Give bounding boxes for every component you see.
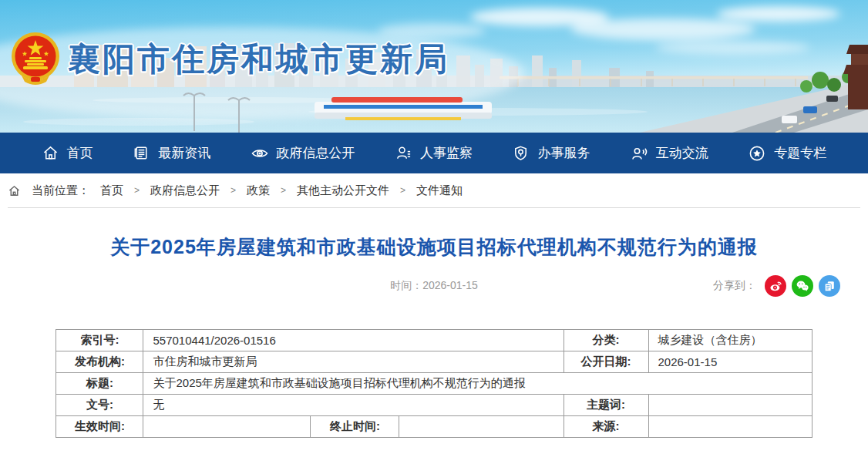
share-copy-link-button[interactable] [819,275,840,297]
home-small-icon [8,184,21,197]
source-value [648,416,812,438]
breadcrumb-separator: > [281,185,286,196]
star-icon [748,144,766,163]
nav-item-label: 人事监察 [420,144,473,162]
eye-icon [251,144,269,163]
time-value: 2026-01-15 [422,279,478,291]
share-label: 分享到： [713,279,756,293]
end-date-label: 终止时间: [311,416,399,438]
nav-item-special-topics[interactable]: 专题专栏 [748,144,826,163]
index-number-value: 557010441/2026-01516 [143,330,564,351]
category-label: 分类: [564,330,648,351]
article-meta: 时间：2026-01-15 分享到： [0,275,868,298]
nav-item-label: 最新资讯 [158,144,210,162]
page-title: 关于2025年房屋建筑和市政基础设施项目招标代理机构不规范行为的通报 [0,234,868,260]
table-row: 生效时间: 终止时间: 来源: [56,416,812,438]
site-title: 襄阳市住房和城市更新局 [68,38,449,81]
home-icon [42,144,59,162]
nav-item-label: 办事服务 [537,144,590,162]
breadcrumb-link-policy[interactable]: 政策 [247,183,270,198]
publish-date-label: 公开日期: [564,351,648,373]
national-emblem-icon [11,31,60,88]
copy-link-icon [823,280,836,292]
chat-icon [630,144,648,163]
table-row: 文号: 无 主题词: [56,395,812,416]
table-row: 索引号: 557010441/2026-01516 分类: 城乡建设（含住房） [56,330,812,351]
document-number-value: 无 [143,395,564,416]
main-nav: 首页 最新资讯 政府信息公开 人事监察 办事服务 [0,133,868,173]
nav-item-services[interactable]: 办事服务 [512,144,590,162]
nav-item-label: 政府信息公开 [277,144,355,162]
breadcrumb-bar: 当前位置： 首页 > 政府信息公开 > 政策 > 其他主动公开文件 > 文件通知 [0,173,868,208]
end-date-value [399,416,564,438]
category-value: 城乡建设（含住房） [648,330,812,351]
document-info-table: 索引号: 557010441/2026-01516 分类: 城乡建设（含住房） … [56,329,812,438]
doc-title-label: 标题: [56,373,143,395]
breadcrumb-separator: > [134,185,140,196]
issuing-agency-label: 发布机构: [56,351,143,373]
keywords-value [648,395,812,416]
breadcrumb-current-label: 当前位置： [32,183,89,198]
breadcrumb-link-document-notice[interactable]: 文件通知 [416,183,463,198]
nav-item-news[interactable]: 最新资讯 [133,144,210,162]
nav-item-gov-info[interactable]: 政府信息公开 [251,144,355,163]
site-banner: 襄阳市住房和城市更新局 [0,0,868,133]
issuing-agency-value: 市住房和城市更新局 [143,351,564,373]
shield-icon [512,144,530,162]
breadcrumb-separator: > [230,185,236,196]
breadcrumb-link-other-public-docs[interactable]: 其他主动公开文件 [297,183,389,198]
time-label: 时间： [390,279,422,291]
doc-title-value: 关于2025年房屋建筑和市政基础设施项目招标代理机构不规范行为的通报 [143,373,812,395]
share-wechat-button[interactable] [792,275,813,297]
source-label: 来源: [564,416,648,438]
index-number-label: 索引号: [56,330,143,351]
nav-item-interaction[interactable]: 互动交流 [630,144,708,163]
effective-date-label: 生效时间: [56,416,143,438]
table-row: 发布机构: 市住房和城市更新局 公开日期: 2026-01-15 [56,351,812,373]
breadcrumb-link-gov-info[interactable]: 政府信息公开 [150,183,220,198]
weibo-icon [769,280,782,293]
wechat-icon [796,279,809,293]
share-weibo-button[interactable] [765,275,786,297]
news-icon [133,144,150,162]
nav-item-home[interactable]: 首页 [42,144,93,162]
breadcrumb-separator: > [400,185,405,196]
breadcrumb-link-home[interactable]: 首页 [100,183,123,198]
table-row: 标题: 关于2025年房屋建筑和市政基础设施项目招标代理机构不规范行为的通报 [56,373,812,395]
nav-item-label: 专题专栏 [774,144,826,162]
nav-item-personnel[interactable]: 人事监察 [395,144,473,162]
share-bar: 分享到： [713,275,840,297]
breadcrumb: 当前位置： 首页 > 政府信息公开 > 政策 > 其他主动公开文件 > 文件通知 [8,173,860,208]
publish-date-value: 2026-01-15 [648,351,812,373]
article-main: 关于2025年房屋建筑和市政基础设施项目招标代理机构不规范行为的通报 时间：20… [0,234,868,438]
person-icon [395,144,412,162]
document-number-label: 文号: [56,395,143,416]
effective-date-value [143,416,311,438]
nav-item-label: 首页 [67,144,93,162]
keywords-label: 主题词: [564,395,648,416]
nav-item-label: 互动交流 [656,144,708,162]
